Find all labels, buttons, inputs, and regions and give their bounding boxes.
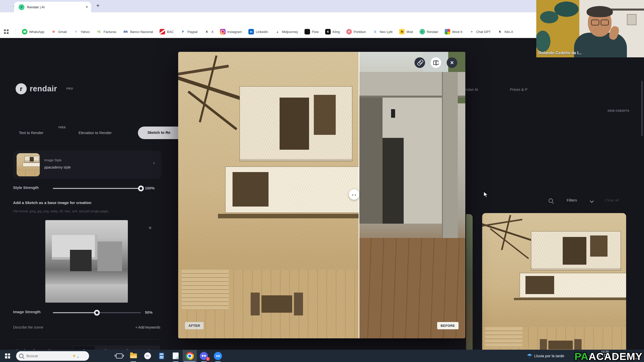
taskbar-file-explorer-icon[interactable] xyxy=(126,350,140,362)
weather-rain-icon[interactable]: ☂ xyxy=(527,352,532,359)
bookmark-favicon: r xyxy=(420,29,425,34)
taskbar: 2 zm ☂ Lluvia por la tarde ESP 10:38 xyxy=(0,350,644,362)
taskbar-snipping-tool-icon[interactable] xyxy=(140,350,155,362)
taskbar-search[interactable] xyxy=(16,351,89,361)
credits-counter: 2838 CREDITS xyxy=(608,109,629,112)
nav-prices[interactable]: Prices & P xyxy=(510,87,527,92)
gallery-card-partial[interactable] xyxy=(466,214,473,362)
bookmark-item[interactable]: r Rendair xyxy=(420,29,438,34)
bookmark-label: Woot It xyxy=(452,30,462,34)
apps-grid-icon[interactable] xyxy=(4,29,9,34)
bookmark-item[interactable]: BN Banco Nacional xyxy=(123,29,153,34)
uploaded-sketch-thumbnail[interactable] xyxy=(45,220,128,303)
bookmark-label: Kling xyxy=(332,30,340,34)
watermark-pa: PA xyxy=(575,351,589,362)
modal-close-button[interactable]: × xyxy=(447,57,457,68)
tab-elevation-to-render[interactable]: Elevation to Render xyxy=(79,131,112,135)
taskbar-chrome-icon[interactable] xyxy=(183,350,197,362)
rendair-logo-text[interactable]: rendair xyxy=(30,84,57,93)
bookmark-item[interactable]: K Kling xyxy=(325,29,340,34)
rendair-logo-icon[interactable]: r xyxy=(16,83,27,94)
uploaded-sketch-art xyxy=(45,220,128,303)
image-compare-modal: ‹ › × AFTER BEFORE xyxy=(178,52,465,338)
close-icon: × xyxy=(450,59,453,66)
bookmark-favicon: P xyxy=(346,29,352,34)
style-strength-slider[interactable] xyxy=(53,188,141,189)
taskbar-search-input[interactable] xyxy=(26,353,70,358)
compare-slider-handle[interactable]: ‹ › xyxy=(349,189,359,200)
bookmark-item[interactable]: P Paypal xyxy=(180,29,198,34)
taskbar-zoom-icon[interactable]: zm xyxy=(211,350,225,362)
webcam-overlay: Rolando Cedeño de l... xyxy=(536,0,644,57)
screen: r Rendair | AI × + ← → ↻ app.rendair.ai/… xyxy=(0,0,644,362)
gallery-card-art xyxy=(482,213,626,362)
bookmark-item[interactable]: P Porkbun xyxy=(346,29,366,34)
bookmark-favicon: K xyxy=(497,29,503,34)
bookmark-item[interactable]: X X xyxy=(204,29,214,34)
pro-badge: PRO xyxy=(66,87,73,90)
bookmark-item[interactable]: FE Facturas xyxy=(96,29,117,34)
weather-text[interactable]: Lluvia por la tarde xyxy=(534,354,564,358)
describe-scene-label[interactable]: Describe the scene xyxy=(13,325,43,329)
windows-logo-icon xyxy=(5,353,10,358)
remove-sketch-button[interactable]: × xyxy=(148,225,152,231)
filters-button[interactable]: Filters xyxy=(567,198,577,202)
bookmark-item[interactable]: ✳ Chat GPT xyxy=(469,29,491,34)
image-style-thumbnail[interactable] xyxy=(17,153,40,176)
bookmark-label: Chat GPT xyxy=(476,30,491,34)
image-strength-handle[interactable] xyxy=(94,310,100,316)
browser-tab[interactable]: r Rendair | AI × xyxy=(14,2,91,12)
handle-left-arrow-icon: ‹ xyxy=(352,192,354,197)
tab-close-icon[interactable]: × xyxy=(86,5,88,10)
new-tab-button[interactable]: + xyxy=(96,2,100,9)
bookmark-item[interactable]: G Neo Lyfe xyxy=(372,29,393,34)
bookmark-label: Gmail xyxy=(58,30,67,34)
bookmark-item[interactable]: ! Yahoo xyxy=(73,29,90,34)
taskbar-calculator-icon[interactable] xyxy=(155,350,169,362)
describe-input-underline[interactable] xyxy=(13,339,160,340)
taskbar-notepad-icon[interactable] xyxy=(169,350,183,362)
image-style-chevron-icon[interactable]: › xyxy=(153,160,155,166)
bookmark-item[interactable]: Instagram xyxy=(220,29,242,34)
bookmark-favicon xyxy=(220,29,225,34)
bookmark-item[interactable]: M Mod xyxy=(399,29,413,34)
tab-text-to-render[interactable]: Text to Render xyxy=(19,131,44,135)
bookmark-favicon: FE xyxy=(96,29,102,34)
bookmark-label: Porkbun xyxy=(354,30,366,34)
bookmark-item[interactable]: in LinkedIn xyxy=(248,29,268,34)
bookmark-label: X xyxy=(211,30,214,34)
copy-link-button[interactable] xyxy=(414,57,425,68)
image-strength-label: Image Strength xyxy=(13,310,41,314)
image-style-label: Image Style xyxy=(44,158,62,162)
tab-title: Rendair | AI xyxy=(27,5,86,9)
bookmark-item[interactable]: Woot It xyxy=(445,29,462,34)
bookmark-item[interactable]: BAC xyxy=(160,29,174,34)
taskbar-task-view-icon[interactable] xyxy=(112,350,126,362)
bookmark-favicon: P xyxy=(180,29,186,34)
pa-academy-watermark: PAACADEMY xyxy=(575,351,642,362)
style-strength-handle[interactable] xyxy=(138,186,144,191)
after-tag: AFTER xyxy=(185,322,204,329)
compare-toggle-button[interactable] xyxy=(431,57,441,68)
tab-favicon-icon: r xyxy=(19,4,24,10)
bookmark-favicon: ☎ xyxy=(22,29,27,34)
bookmark-item[interactable]: M Gmail xyxy=(51,29,67,34)
filters-chevron-icon[interactable] xyxy=(590,199,594,203)
bookmark-item[interactable]: ☎ WhatsApp xyxy=(22,29,44,34)
file-format-note: File format: jpeg, jpg, png, webp, tiff,… xyxy=(13,210,109,213)
start-button[interactable] xyxy=(0,350,15,362)
bookmark-favicon: G xyxy=(372,29,378,34)
gallery-card[interactable]: SKETCH TO RENDER xyxy=(482,213,626,362)
copilot-sparkle-icon[interactable] xyxy=(72,354,76,358)
bookmark-item[interactable]: Flow xyxy=(305,29,319,34)
bookmark-favicon: ✳ xyxy=(469,29,474,34)
clear-all-button[interactable]: Clear all xyxy=(605,198,619,202)
bookmark-item[interactable]: ▲ Midjourney xyxy=(275,29,298,34)
image-strength-slider[interactable] xyxy=(53,312,141,313)
gallery-search-icon[interactable] xyxy=(549,198,553,203)
taskbar-discord-icon[interactable]: 2 xyxy=(197,350,211,362)
page-scrollbar[interactable] xyxy=(641,81,643,136)
add-keywords-button[interactable]: + Add keywords xyxy=(108,325,160,329)
bookmark-item[interactable]: K Kits.A xyxy=(497,29,513,34)
bookmarks-list: ☎ WhatsApp M Gmail ! Yahoo FE Facturas B… xyxy=(22,29,513,34)
